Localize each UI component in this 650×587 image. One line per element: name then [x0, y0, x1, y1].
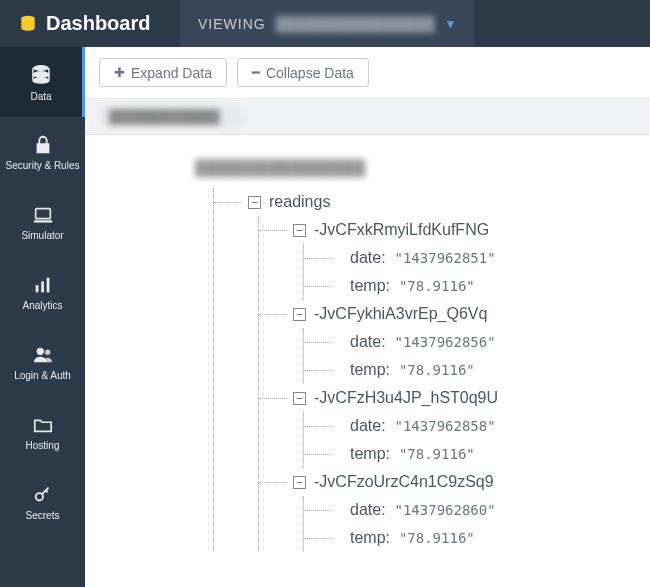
sidebar-item-security[interactable]: Security & Rules: [0, 117, 85, 187]
sidebar-item-label: Data: [30, 91, 51, 102]
svg-rect-6: [41, 281, 44, 292]
sidebar-item-hosting[interactable]: Hosting: [0, 397, 85, 467]
tree-root-label[interactable]: ████████████████: [195, 159, 650, 176]
app-title: Dashboard: [46, 12, 150, 35]
tree-key[interactable]: readings: [269, 193, 330, 211]
viewing-value: ████████████████: [276, 16, 435, 32]
sidebar-item-label: Analytics: [22, 300, 62, 311]
sidebar: Data Security & Rules Simulator Analytic…: [0, 47, 85, 587]
tree-field-key[interactable]: date:: [350, 249, 386, 267]
tree-entry-id[interactable]: -JvCFzoUrzC4n1C9zSq9: [314, 473, 494, 491]
tree-field-key[interactable]: temp:: [350, 445, 390, 463]
svg-point-8: [36, 347, 43, 354]
collapse-toggle[interactable]: −: [248, 196, 261, 209]
sidebar-item-label: Secrets: [26, 510, 60, 521]
sidebar-item-secrets[interactable]: Secrets: [0, 467, 85, 537]
svg-rect-5: [35, 285, 38, 292]
app-header: Dashboard VIEWING ████████████████ ▼: [0, 0, 650, 47]
laptop-icon: [32, 204, 54, 226]
tree-field-value[interactable]: "1437962851": [394, 250, 495, 266]
tree-field-value[interactable]: "78.9116": [399, 446, 475, 462]
tree-field-value[interactable]: "1437962856": [394, 334, 495, 350]
plus-icon: ✚: [114, 65, 125, 80]
sidebar-item-simulator[interactable]: Simulator: [0, 187, 85, 257]
tree-field-value[interactable]: "78.9116": [399, 530, 475, 546]
tree-field-key[interactable]: date:: [350, 501, 386, 519]
breadcrumb: ████████████: [85, 99, 650, 135]
collapse-toggle[interactable]: −: [293, 308, 306, 321]
viewing-selector[interactable]: VIEWING ████████████████ ▼: [180, 0, 474, 47]
collapse-toggle[interactable]: −: [293, 224, 306, 237]
sidebar-item-label: Simulator: [21, 230, 63, 241]
svg-rect-7: [46, 277, 49, 292]
sidebar-item-label: Login & Auth: [14, 370, 71, 381]
database-icon: [18, 14, 38, 34]
tree-field-key[interactable]: temp:: [350, 361, 390, 379]
bars-icon: [32, 274, 54, 296]
tree-entry-id[interactable]: -JvCFykhiA3vrEp_Q6Vq: [314, 305, 487, 323]
data-tree: ████████████████ − readings −-JvCFxkRmyi…: [85, 135, 650, 587]
tree-field-key[interactable]: temp:: [350, 529, 390, 547]
tree-field-value[interactable]: "1437962860": [394, 502, 495, 518]
svg-point-9: [44, 349, 50, 355]
minus-icon: ━: [252, 65, 260, 80]
svg-point-1: [33, 65, 49, 71]
svg-rect-4: [35, 208, 50, 218]
database-icon: [29, 63, 53, 87]
tree-entry-id[interactable]: -JvCFzH3u4JP_hST0q9U: [314, 389, 498, 407]
sidebar-item-login[interactable]: Login & Auth: [0, 327, 85, 397]
sidebar-item-data[interactable]: Data: [0, 47, 85, 117]
tree-field-value[interactable]: "1437962858": [394, 418, 495, 434]
tree-field-key[interactable]: temp:: [350, 277, 390, 295]
expand-data-button[interactable]: ✚ Expand Data: [99, 58, 227, 87]
chevron-down-icon: ▼: [444, 17, 456, 31]
sidebar-item-analytics[interactable]: Analytics: [0, 257, 85, 327]
collapse-toggle[interactable]: −: [293, 476, 306, 489]
users-icon: [31, 344, 55, 366]
svg-point-2: [33, 71, 49, 77]
sidebar-item-label: Hosting: [26, 440, 60, 451]
tree-entry-id[interactable]: -JvCFxkRmyiLfdKufFNG: [314, 221, 489, 239]
sidebar-item-label: Security & Rules: [6, 160, 80, 171]
collapse-data-button[interactable]: ━ Collapse Data: [237, 58, 369, 87]
main-panel: ✚ Expand Data ━ Collapse Data ██████████…: [85, 47, 650, 587]
breadcrumb-root[interactable]: ████████████: [99, 105, 238, 128]
tree-field-value[interactable]: "78.9116": [399, 278, 475, 294]
key-icon: [32, 484, 54, 506]
logo-area: Dashboard: [0, 12, 180, 35]
tree-field-value[interactable]: "78.9116": [399, 362, 475, 378]
svg-point-10: [35, 493, 42, 500]
folder-icon: [32, 414, 54, 436]
button-label: Expand Data: [131, 65, 212, 81]
lock-icon: [32, 134, 54, 156]
viewing-label: VIEWING: [198, 16, 266, 32]
tree-field-key[interactable]: date:: [350, 333, 386, 351]
button-label: Collapse Data: [266, 65, 354, 81]
collapse-toggle[interactable]: −: [293, 392, 306, 405]
tree-field-key[interactable]: date:: [350, 417, 386, 435]
toolbar: ✚ Expand Data ━ Collapse Data: [85, 47, 650, 99]
svg-point-3: [33, 77, 49, 83]
